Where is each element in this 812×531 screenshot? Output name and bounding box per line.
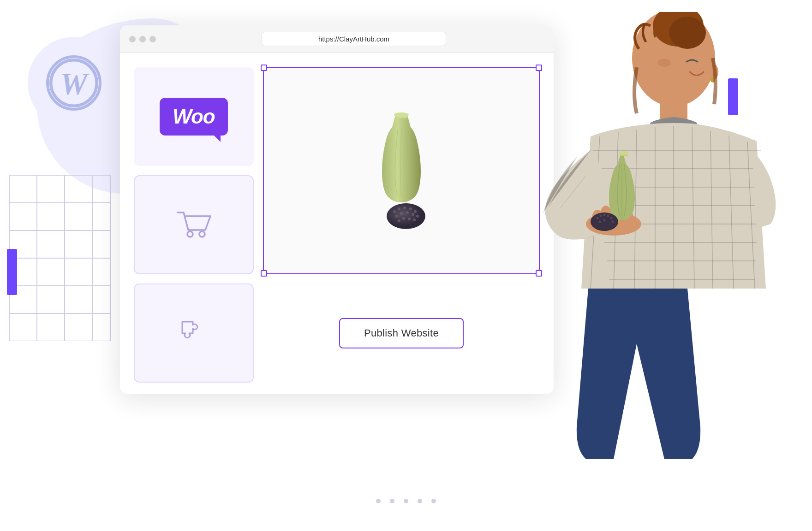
svg-point-22: [416, 215, 419, 218]
svg-point-44: [623, 210, 633, 226]
browser-content: Woo: [120, 53, 554, 394]
svg-point-56: [707, 64, 718, 80]
main-scene: W: [0, 0, 812, 531]
svg-point-17: [393, 210, 396, 213]
accent-bar-right: [728, 78, 738, 115]
deco-square-2: [738, 157, 757, 175]
deco-square-1: [692, 129, 720, 157]
browser-window: https://ClayArtHub.com Woo: [120, 25, 554, 394]
grid-decoration-left: [9, 175, 111, 341]
accent-bar-left: [7, 249, 17, 295]
svg-point-25: [406, 211, 409, 214]
svg-point-54: [599, 221, 601, 223]
svg-point-46: [619, 151, 628, 155]
svg-point-29: [413, 218, 416, 221]
dot-4: [418, 499, 422, 503]
pottery-bowl-svg: [385, 202, 427, 230]
svg-point-49: [600, 215, 602, 217]
svg-point-15: [394, 112, 409, 117]
dot-5: [431, 499, 436, 503]
browser-toolbar: https://ClayArtHub.com: [120, 25, 554, 53]
svg-point-30: [398, 219, 400, 222]
svg-point-35: [653, 12, 704, 47]
woo-text: Woo: [173, 105, 215, 128]
svg-point-16: [387, 203, 425, 229]
svg-point-51: [607, 215, 609, 217]
wordpress-circle: W: [28, 37, 120, 129]
svg-point-32: [187, 231, 193, 237]
browser-traffic-lights: [129, 36, 156, 42]
url-bar[interactable]: https://ClayArtHub.com: [262, 32, 446, 46]
svg-point-41: [600, 206, 611, 224]
svg-point-34: [632, 12, 715, 106]
svg-point-43: [616, 206, 627, 224]
svg-point-36: [669, 17, 706, 49]
svg-point-23: [395, 215, 398, 218]
browser-dot-minimize: [139, 36, 146, 42]
cart-icon: [175, 208, 212, 242]
publish-website-button[interactable]: Publish Website: [339, 318, 464, 348]
cart-panel: [134, 175, 254, 274]
publish-panel[interactable]: Publish Website: [263, 283, 540, 383]
svg-point-48: [597, 217, 599, 219]
svg-point-57: [710, 78, 715, 83]
svg-point-37: [658, 59, 671, 67]
svg-point-26: [412, 213, 414, 216]
dot-3: [404, 499, 408, 503]
browser-dot-expand: [149, 36, 156, 42]
svg-rect-45: [620, 153, 628, 156]
browser-dot-close: [129, 36, 136, 42]
pottery-container: [369, 111, 434, 230]
svg-point-33: [199, 231, 205, 237]
svg-point-28: [408, 218, 411, 220]
dot-2: [390, 499, 394, 503]
woocommerce-panel: Woo: [134, 67, 254, 166]
wordpress-logo: W: [46, 55, 102, 111]
product-panel: [263, 67, 540, 274]
svg-point-47: [591, 212, 618, 231]
svg-point-18: [398, 207, 400, 210]
svg-rect-38: [660, 100, 687, 127]
dot-1: [376, 499, 381, 503]
svg-point-40: [592, 210, 603, 226]
svg-point-20: [409, 207, 412, 210]
svg-point-39: [586, 212, 641, 236]
svg-text:W: W: [60, 66, 90, 100]
selection-handle-tl: [261, 65, 267, 71]
svg-point-21: [414, 210, 417, 213]
selection-handle-br: [536, 270, 542, 277]
svg-point-24: [400, 212, 403, 215]
svg-point-53: [612, 221, 614, 223]
plugin-panel: [134, 283, 254, 383]
woo-bubble-tail: [214, 136, 221, 142]
svg-point-52: [610, 217, 613, 219]
svg-point-19: [403, 206, 406, 209]
selection-handle-bl: [261, 270, 267, 277]
svg-point-42: [608, 205, 619, 223]
selection-handle-tr: [536, 65, 542, 71]
svg-point-27: [402, 217, 405, 220]
bottom-dots: [376, 499, 436, 503]
pottery-vase-svg: [369, 111, 434, 208]
woo-badge: Woo: [160, 98, 228, 136]
plugin-icon: [175, 315, 212, 351]
svg-point-50: [603, 214, 606, 216]
svg-point-55: [603, 219, 606, 222]
